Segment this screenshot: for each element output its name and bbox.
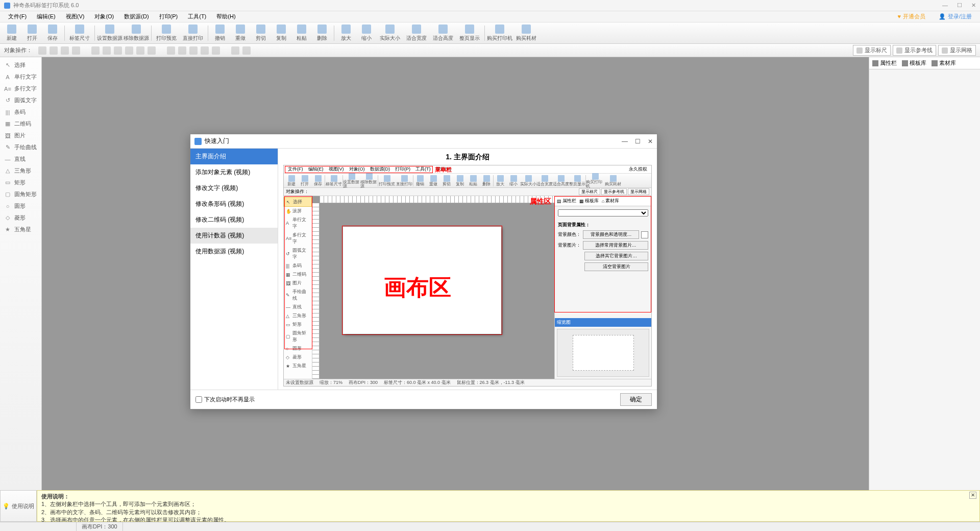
op-icon[interactable]: [72, 46, 80, 55]
menu-print[interactable]: 打印(P): [155, 12, 182, 21]
op-icon[interactable]: [136, 46, 144, 55]
dialog-content: 1. 主界面介绍 文件(F)编辑(E)视图(V)对象(O)数据源(D)打印(P)…: [278, 149, 657, 390]
tb-set-ds[interactable]: 设置数据源: [97, 23, 122, 43]
ok-button[interactable]: 确定: [620, 393, 652, 406]
nav-item-counter[interactable]: 使用计数器 (视频): [190, 228, 278, 244]
dialog-nav: 主界面介绍 添加对象元素 (视频) 修改文字 (视频) 修改条形码 (视频) 修…: [190, 149, 278, 390]
op-icon[interactable]: [114, 46, 122, 55]
tb-buy-supply[interactable]: 购买耗材: [513, 23, 539, 43]
tab-assets[interactable]: 素材库: [932, 59, 956, 67]
nav-item-edit-text[interactable]: 修改文字 (视频): [190, 180, 278, 196]
op-icon[interactable]: [125, 46, 133, 55]
tool-line[interactable]: —直线: [0, 153, 41, 165]
tool-star[interactable]: ★五角星: [0, 224, 41, 235]
tool-barcode[interactable]: |||条码: [0, 106, 41, 118]
help-line: 1、左侧对象栏中选择一个工具，即可添加一个元素到画布区；: [41, 500, 975, 508]
window-titlebar: 神奇条码标签打印系统 6.0 — ☐ ✕: [0, 0, 980, 11]
nav-item-edit-qrcode[interactable]: 修改二维码 (视频): [190, 212, 278, 228]
op-icon[interactable]: [201, 46, 209, 55]
content-heading: 1. 主界面介绍: [283, 153, 652, 162]
op-icon[interactable]: [61, 46, 69, 55]
window-minimize-icon[interactable]: —: [942, 2, 948, 9]
window-maximize-icon[interactable]: ☐: [957, 2, 962, 9]
tool-roundrect[interactable]: ▢圆角矩形: [0, 188, 41, 200]
nav-item-edit-barcode[interactable]: 修改条形码 (视频): [190, 196, 278, 212]
canvas-area[interactable]: 快速入门 — ☐ ✕ 主界面介绍 添加对象元素 (视频) 修改文字 (视频) 修…: [42, 57, 869, 490]
nav-item-main-ui[interactable]: 主界面介绍: [190, 149, 278, 164]
tool-circle[interactable]: ○圆形: [0, 200, 41, 212]
tool-freehand[interactable]: ✎手绘曲线: [0, 141, 41, 153]
tb-save[interactable]: 保存: [43, 23, 62, 43]
tab-properties[interactable]: 属性栏: [872, 59, 897, 67]
tb-actual[interactable]: 实际大小: [377, 23, 403, 43]
op-icon[interactable]: [189, 46, 198, 55]
nav-item-add-element[interactable]: 添加对象元素 (视频): [190, 164, 278, 180]
dialog-close-icon[interactable]: ✕: [648, 138, 653, 145]
tb-buy-printer[interactable]: 购买打印机: [487, 23, 512, 43]
tool-triangle[interactable]: △三角形: [0, 165, 41, 177]
menu-file[interactable]: 文件(F): [4, 12, 31, 21]
menubar: 文件(F) 编辑(E) 视图(V) 对象(O) 数据源(D) 打印(P) 工具(…: [0, 11, 980, 22]
op-icon[interactable]: [38, 46, 46, 55]
menu-tools[interactable]: 工具(T): [184, 12, 210, 21]
toggle-ruler[interactable]: 显示标尺: [853, 45, 891, 56]
help-line: 2、画布中的文字、条码、二维码等元素均可以双击修改其内容；: [41, 509, 975, 516]
tb-cut[interactable]: 剪切: [251, 23, 271, 43]
tab-templates[interactable]: 模板库: [902, 59, 926, 67]
menu-view[interactable]: 视图(V): [62, 12, 89, 21]
menu-object[interactable]: 对象(O): [90, 12, 118, 21]
op-icon[interactable]: [178, 46, 186, 55]
tb-fith[interactable]: 适合高度: [430, 23, 456, 43]
tb-preview[interactable]: 打印预览: [154, 23, 179, 43]
tb-new[interactable]: 新建: [2, 23, 21, 43]
unlock-icon[interactable]: [242, 46, 251, 55]
tb-delete[interactable]: 删除: [312, 23, 332, 43]
tb-zoomin[interactable]: 放大: [336, 23, 356, 43]
tb-zoomout[interactable]: 缩小: [357, 23, 376, 43]
vip-link[interactable]: 开通会员: [893, 12, 929, 21]
tool-rect[interactable]: ▭矩形: [0, 177, 41, 188]
tool-diamond[interactable]: ◇菱形: [0, 212, 41, 224]
help-tab[interactable]: 💡使用说明: [0, 490, 37, 522]
tb-copy[interactable]: 复制: [272, 23, 291, 43]
op-icon[interactable]: [167, 46, 175, 55]
tb-fitw[interactable]: 适合宽度: [404, 23, 429, 43]
window-close-icon[interactable]: ✕: [971, 2, 976, 9]
tool-single-text[interactable]: A单行文字: [0, 71, 41, 83]
dont-show-checkbox[interactable]: 下次启动时不再显示: [195, 396, 255, 403]
tool-multi-text[interactable]: A≡多行文字: [0, 83, 41, 94]
status-bar: 画布DPI：300: [0, 522, 980, 531]
menu-edit[interactable]: 编辑(E): [33, 12, 60, 21]
toggle-grid[interactable]: 显示网格: [938, 45, 976, 56]
tool-arc-text[interactable]: ↺圆弧文字: [0, 94, 41, 106]
dialog-titlebar[interactable]: 快速入门 — ☐ ✕: [190, 134, 657, 149]
nav-item-datasource[interactable]: 使用数据源 (视频): [190, 244, 278, 259]
tool-select[interactable]: ↖选择: [0, 59, 41, 71]
tb-undo[interactable]: 撤销: [210, 23, 230, 43]
op-icon[interactable]: [212, 46, 220, 55]
op-icon[interactable]: [148, 46, 156, 55]
menu-help[interactable]: 帮助(H): [212, 12, 239, 21]
login-link[interactable]: 登录/注册: [935, 12, 976, 21]
tb-redo[interactable]: 重做: [231, 23, 250, 43]
tool-qrcode[interactable]: ▦二维码: [0, 118, 41, 130]
tb-print[interactable]: 直接打印: [180, 23, 206, 43]
toggle-guides[interactable]: 显示参考线: [893, 45, 936, 56]
dialog-minimize-icon[interactable]: —: [622, 138, 628, 145]
tb-labelsize[interactable]: 标签尺寸: [67, 23, 92, 43]
object-ops-bar: 对象操作： 显示标尺 显示参考线 显示网格: [0, 44, 980, 57]
templates-icon: [902, 60, 908, 66]
op-icon[interactable]: [91, 46, 100, 55]
tb-open[interactable]: 打开: [22, 23, 42, 43]
op-icon[interactable]: [50, 46, 58, 55]
lock-icon[interactable]: [231, 46, 239, 55]
dialog-maximize-icon[interactable]: ☐: [635, 138, 641, 145]
help-close-icon[interactable]: ✕: [969, 492, 976, 499]
tool-image[interactable]: 🖼图片: [0, 130, 41, 141]
tb-fitpage[interactable]: 整页显示: [457, 23, 482, 43]
menu-datasource[interactable]: 数据源(D): [120, 12, 153, 21]
op-icon[interactable]: [103, 46, 111, 55]
annotation-menubar: 菜单栏: [435, 166, 452, 174]
tb-remove-ds[interactable]: 移除数据源: [124, 23, 149, 43]
tb-paste[interactable]: 粘贴: [292, 23, 311, 43]
